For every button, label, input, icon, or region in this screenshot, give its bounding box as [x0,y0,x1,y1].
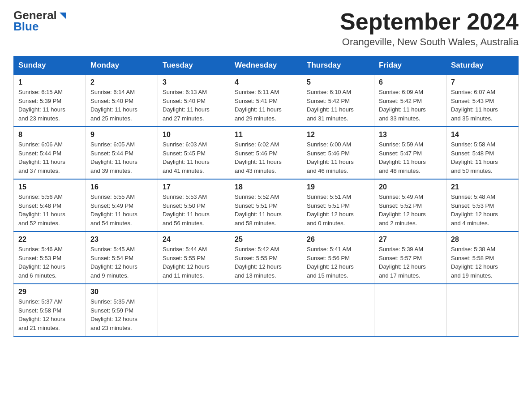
location-subtitle: Orangeville, New South Wales, Australia [340,36,519,48]
day-number: 16 [90,183,153,191]
calendar-cell: 28 Sunrise: 5:38 AMSunset: 5:58 PMDaylig… [446,231,519,284]
day-number: 2 [90,78,153,86]
week-row-5: 29 Sunrise: 5:37 AMSunset: 5:58 PMDaylig… [14,284,519,336]
calendar-cell [302,284,374,336]
calendar-cell: 29 Sunrise: 5:37 AMSunset: 5:58 PMDaylig… [14,284,86,336]
day-info: Sunrise: 5:56 AMSunset: 5:48 PMDaylight:… [18,193,65,227]
day-info: Sunrise: 5:55 AMSunset: 5:49 PMDaylight:… [90,193,137,227]
day-number: 20 [379,183,442,191]
calendar-cell: 25 Sunrise: 5:42 AMSunset: 5:55 PMDaylig… [230,231,302,284]
day-number: 5 [307,78,369,86]
day-info: Sunrise: 5:51 AMSunset: 5:51 PMDaylight:… [307,193,354,227]
calendar-table: SundayMondayTuesdayWednesdayThursdayFrid… [13,56,519,337]
day-number: 7 [451,78,514,86]
day-number: 22 [18,235,81,244]
calendar-cell: 22 Sunrise: 5:46 AMSunset: 5:53 PMDaylig… [14,231,86,284]
day-info: Sunrise: 5:42 AMSunset: 5:55 PMDaylight:… [235,246,282,279]
col-header-friday: Friday [374,56,446,75]
calendar-cell: 30 Sunrise: 5:35 AMSunset: 5:59 PMDaylig… [86,284,158,336]
day-info: Sunrise: 5:53 AMSunset: 5:50 PMDaylight:… [163,193,210,227]
month-title: September 2024 [340,9,519,34]
day-number: 11 [235,131,297,139]
day-number: 15 [18,183,81,191]
col-header-sunday: Sunday [14,56,86,75]
day-info: Sunrise: 6:15 AMSunset: 5:39 PMDaylight:… [18,89,65,122]
day-info: Sunrise: 5:52 AMSunset: 5:51 PMDaylight:… [235,193,282,227]
day-info: Sunrise: 5:35 AMSunset: 5:59 PMDaylight:… [90,298,137,331]
day-info: Sunrise: 5:38 AMSunset: 5:58 PMDaylight:… [451,246,498,279]
day-number: 21 [451,183,514,191]
calendar-cell: 19 Sunrise: 5:51 AMSunset: 5:51 PMDaylig… [302,179,374,231]
col-header-monday: Monday [86,56,158,75]
day-number: 14 [451,131,514,139]
calendar-cell: 1 Sunrise: 6:15 AMSunset: 5:39 PMDayligh… [14,75,86,127]
col-header-tuesday: Tuesday [158,56,230,75]
day-number: 28 [451,235,514,244]
calendar-cell: 10 Sunrise: 6:03 AMSunset: 5:45 PMDaylig… [158,127,230,179]
day-number: 4 [235,78,297,86]
logo-triangle-icon [58,11,68,21]
calendar-cell: 23 Sunrise: 5:45 AMSunset: 5:54 PMDaylig… [86,231,158,284]
calendar-cell: 5 Sunrise: 6:10 AMSunset: 5:42 PMDayligh… [302,75,374,127]
day-number: 26 [307,235,369,244]
calendar-cell: 2 Sunrise: 6:14 AMSunset: 5:40 PMDayligh… [86,75,158,127]
day-info: Sunrise: 6:00 AMSunset: 5:46 PMDaylight:… [307,141,354,174]
calendar-cell [230,284,302,336]
week-row-3: 15 Sunrise: 5:56 AMSunset: 5:48 PMDaylig… [14,179,519,231]
logo: General Blue [13,9,68,33]
week-row-2: 8 Sunrise: 6:06 AMSunset: 5:44 PMDayligh… [14,127,519,179]
day-info: Sunrise: 5:41 AMSunset: 5:56 PMDaylight:… [307,246,354,279]
title-area: September 2024 Orangeville, New South Wa… [340,9,519,48]
svg-marker-0 [60,13,66,19]
day-info: Sunrise: 5:45 AMSunset: 5:54 PMDaylight:… [90,246,137,279]
col-header-saturday: Saturday [446,56,519,75]
day-info: Sunrise: 6:13 AMSunset: 5:40 PMDaylight:… [163,89,210,122]
logo-text-blue: Blue [13,20,68,33]
calendar-cell: 7 Sunrise: 6:07 AMSunset: 5:43 PMDayligh… [446,75,519,127]
day-number: 13 [379,131,442,139]
day-info: Sunrise: 5:39 AMSunset: 5:57 PMDaylight:… [379,246,426,279]
day-info: Sunrise: 5:44 AMSunset: 5:55 PMDaylight:… [163,246,210,279]
calendar-cell: 18 Sunrise: 5:52 AMSunset: 5:51 PMDaylig… [230,179,302,231]
calendar-cell: 9 Sunrise: 6:05 AMSunset: 5:44 PMDayligh… [86,127,158,179]
day-number: 17 [163,183,225,191]
calendar-cell: 27 Sunrise: 5:39 AMSunset: 5:57 PMDaylig… [374,231,446,284]
calendar-cell: 21 Sunrise: 5:48 AMSunset: 5:53 PMDaylig… [446,179,519,231]
day-number: 27 [379,235,442,244]
calendar-cell: 11 Sunrise: 6:02 AMSunset: 5:46 PMDaylig… [230,127,302,179]
day-number: 19 [307,183,369,191]
calendar-cell: 4 Sunrise: 6:11 AMSunset: 5:41 PMDayligh… [230,75,302,127]
day-number: 12 [307,131,369,139]
day-info: Sunrise: 6:09 AMSunset: 5:42 PMDaylight:… [379,89,426,122]
day-number: 25 [235,235,297,244]
day-info: Sunrise: 5:59 AMSunset: 5:47 PMDaylight:… [379,141,426,174]
day-number: 30 [90,288,153,296]
day-number: 18 [235,183,297,191]
day-number: 3 [163,78,225,86]
calendar-cell: 12 Sunrise: 6:00 AMSunset: 5:46 PMDaylig… [302,127,374,179]
day-info: Sunrise: 5:48 AMSunset: 5:53 PMDaylight:… [451,193,498,227]
day-info: Sunrise: 6:06 AMSunset: 5:44 PMDaylight:… [18,141,65,174]
calendar-cell: 17 Sunrise: 5:53 AMSunset: 5:50 PMDaylig… [158,179,230,231]
day-number: 23 [90,235,153,244]
day-info: Sunrise: 6:03 AMSunset: 5:45 PMDaylight:… [163,141,210,174]
calendar-header-row: SundayMondayTuesdayWednesdayThursdayFrid… [14,56,519,75]
col-header-wednesday: Wednesday [230,56,302,75]
calendar-cell: 20 Sunrise: 5:49 AMSunset: 5:52 PMDaylig… [374,179,446,231]
col-header-thursday: Thursday [302,56,374,75]
day-info: Sunrise: 6:05 AMSunset: 5:44 PMDaylight:… [90,141,137,174]
day-info: Sunrise: 6:02 AMSunset: 5:46 PMDaylight:… [235,141,282,174]
week-row-4: 22 Sunrise: 5:46 AMSunset: 5:53 PMDaylig… [14,231,519,284]
day-info: Sunrise: 5:37 AMSunset: 5:58 PMDaylight:… [18,298,65,331]
calendar-cell [446,284,519,336]
day-info: Sunrise: 5:58 AMSunset: 5:48 PMDaylight:… [451,141,498,174]
calendar-cell: 24 Sunrise: 5:44 AMSunset: 5:55 PMDaylig… [158,231,230,284]
calendar-cell: 26 Sunrise: 5:41 AMSunset: 5:56 PMDaylig… [302,231,374,284]
day-info: Sunrise: 6:14 AMSunset: 5:40 PMDaylight:… [90,89,137,122]
week-row-1: 1 Sunrise: 6:15 AMSunset: 5:39 PMDayligh… [14,75,519,127]
day-number: 6 [379,78,442,86]
day-number: 8 [18,131,81,139]
day-info: Sunrise: 6:10 AMSunset: 5:42 PMDaylight:… [307,89,354,122]
day-number: 1 [18,78,81,86]
calendar-cell: 3 Sunrise: 6:13 AMSunset: 5:40 PMDayligh… [158,75,230,127]
